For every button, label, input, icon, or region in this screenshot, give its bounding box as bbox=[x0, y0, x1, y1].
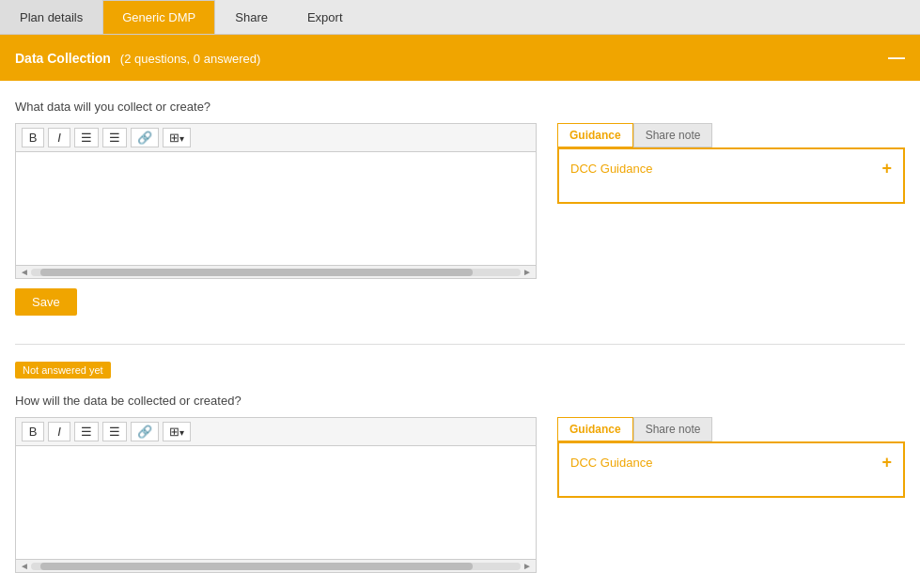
editor-scrollbar-1[interactable]: ◄ ► bbox=[16, 265, 536, 278]
table-button-1[interactable]: ⊞▾ bbox=[163, 128, 191, 147]
bold-button-1[interactable]: B bbox=[22, 128, 44, 147]
editor-1[interactable]: B I ☰ ☰ 🔗 ⊞▾ ◄ ► bbox=[15, 123, 537, 279]
guidance-expand-2[interactable]: + bbox=[881, 453, 892, 472]
guidance-content-1: DCC Guidance + bbox=[557, 147, 905, 204]
bold-button-2[interactable]: B bbox=[22, 422, 44, 441]
unordered-list-button-1[interactable]: ☰ bbox=[74, 128, 99, 147]
editor-scrollbar-2[interactable]: ◄ ► bbox=[16, 559, 536, 572]
editor-body-2[interactable] bbox=[16, 446, 536, 559]
scroll-thumb-2 bbox=[40, 563, 473, 570]
ordered-list-button-1[interactable]: ☰ bbox=[102, 128, 127, 147]
question-text-1: What data will you collect or create? bbox=[15, 100, 905, 114]
section-header: Data Collection (2 questions, 0 answered… bbox=[0, 35, 920, 81]
question-block-1: What data will you collect or create? B … bbox=[15, 100, 905, 325]
section-collapse-icon[interactable]: — bbox=[888, 48, 905, 68]
guidance-tab-share-note-2[interactable]: Share note bbox=[633, 417, 713, 441]
table-button-2[interactable]: ⊞▾ bbox=[163, 422, 191, 441]
question-row-1: B I ☰ ☰ 🔗 ⊞▾ ◄ ► bbox=[15, 123, 905, 325]
tab-plan-details[interactable]: Plan details bbox=[0, 0, 102, 34]
guidance-content-2: DCC Guidance + bbox=[557, 441, 905, 498]
guidance-panel-2: Guidance Share note DCC Guidance + bbox=[557, 417, 905, 573]
tab-generic-dmp[interactable]: Generic DMP bbox=[102, 0, 215, 34]
scroll-left-arrow-2[interactable]: ◄ bbox=[18, 561, 31, 571]
section-header-text: Data Collection (2 questions, 0 answered… bbox=[15, 51, 260, 66]
editor-body-1[interactable] bbox=[16, 152, 536, 265]
italic-button-2[interactable]: I bbox=[48, 422, 70, 441]
question-text-2: How will the data be collected or create… bbox=[15, 394, 905, 408]
question-row-2: B I ☰ ☰ 🔗 ⊞▾ ◄ ► bbox=[15, 417, 905, 573]
table-dropdown-arrow-2: ▾ bbox=[179, 427, 184, 438]
editor-toolbar-1: B I ☰ ☰ 🔗 ⊞▾ bbox=[16, 124, 536, 152]
guidance-panel-1: Guidance Share note DCC Guidance + bbox=[557, 123, 905, 325]
guidance-tab-guidance-2[interactable]: Guidance bbox=[557, 417, 633, 441]
guidance-tabs-1: Guidance Share note bbox=[557, 123, 905, 147]
left-col-2: B I ☰ ☰ 🔗 ⊞▾ ◄ ► bbox=[15, 417, 538, 573]
link-button-1[interactable]: 🔗 bbox=[131, 128, 159, 147]
scroll-right-arrow-1[interactable]: ► bbox=[521, 267, 534, 277]
guidance-tab-guidance-1[interactable]: Guidance bbox=[557, 123, 633, 147]
scroll-right-arrow-2[interactable]: ► bbox=[521, 561, 534, 571]
left-col-1: B I ☰ ☰ 🔗 ⊞▾ ◄ ► bbox=[15, 123, 538, 325]
tab-share[interactable]: Share bbox=[215, 0, 288, 34]
not-answered-badge: Not answered yet bbox=[15, 362, 111, 379]
dcc-guidance-label-2: DCC Guidance bbox=[570, 456, 652, 470]
editor-2[interactable]: B I ☰ ☰ 🔗 ⊞▾ ◄ ► bbox=[15, 417, 537, 573]
table-dropdown-arrow-1: ▾ bbox=[179, 133, 184, 144]
editor-toolbar-2: B I ☰ ☰ 🔗 ⊞▾ bbox=[16, 418, 536, 446]
dcc-guidance-label-1: DCC Guidance bbox=[570, 162, 652, 176]
guidance-item-2: DCC Guidance + bbox=[570, 453, 892, 472]
main-content: What data will you collect or create? B … bbox=[0, 81, 920, 588]
scroll-thumb-1 bbox=[40, 269, 473, 276]
scroll-track-2 bbox=[31, 563, 521, 570]
guidance-expand-1[interactable]: + bbox=[881, 159, 892, 178]
unordered-list-button-2[interactable]: ☰ bbox=[74, 422, 99, 441]
question-block-2: How will the data be collected or create… bbox=[15, 394, 905, 573]
section-divider bbox=[15, 344, 905, 345]
guidance-tab-share-note-1[interactable]: Share note bbox=[633, 123, 713, 147]
section-title: Data Collection bbox=[15, 51, 111, 66]
scroll-left-arrow-1[interactable]: ◄ bbox=[18, 267, 31, 277]
italic-button-1[interactable]: I bbox=[48, 128, 70, 147]
guidance-tabs-2: Guidance Share note bbox=[557, 417, 905, 441]
link-button-2[interactable]: 🔗 bbox=[131, 422, 159, 441]
guidance-item-1: DCC Guidance + bbox=[570, 159, 892, 178]
scroll-track-1 bbox=[31, 269, 521, 276]
tab-export[interactable]: Export bbox=[288, 0, 363, 34]
save-button-1[interactable]: Save bbox=[15, 288, 77, 316]
ordered-list-button-2[interactable]: ☰ bbox=[102, 422, 127, 441]
tabs-bar: Plan details Generic DMP Share Export bbox=[0, 0, 920, 35]
section-subtitle: (2 questions, 0 answered) bbox=[120, 52, 261, 66]
